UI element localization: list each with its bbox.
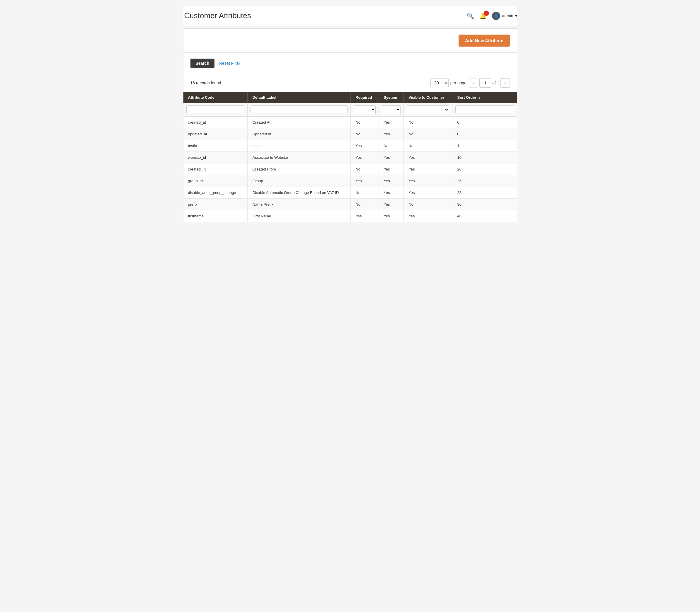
data-table: Attribute CodeDefault LabelRequiredSyste… bbox=[183, 92, 517, 222]
per-page-dropdown[interactable]: 203050100200 bbox=[430, 79, 449, 87]
table-row[interactable]: prefixName PrefixNoYesNo30 bbox=[183, 199, 517, 210]
cell-default_label: First Name bbox=[248, 210, 351, 222]
cell-required: Yes bbox=[351, 175, 379, 187]
page-title: Customer Attributes bbox=[183, 11, 251, 20]
filter-cell-default_label bbox=[248, 103, 351, 116]
cell-system: Yes bbox=[379, 187, 404, 199]
table-header: Attribute CodeDefault LabelRequiredSyste… bbox=[183, 92, 517, 116]
table-row[interactable]: website_idAssociate to WebsiteYesYesYes1… bbox=[183, 152, 517, 164]
cell-attribute_code: group_id bbox=[183, 175, 248, 187]
cell-attribute_code: updated_at bbox=[183, 128, 248, 140]
cell-system: Yes bbox=[379, 164, 404, 175]
cell-default_label: Created At bbox=[248, 116, 351, 128]
table-row[interactable]: created_atCreated AtNoYesNo0 bbox=[183, 116, 517, 128]
reset-filter-link[interactable]: Reset Filter bbox=[219, 61, 240, 66]
page-header: Customer Attributes 🔍 🔔 6 👤 admin ▾ bbox=[183, 6, 517, 26]
cell-sort_order: 25 bbox=[452, 175, 517, 187]
filter-input-attribute_code[interactable] bbox=[186, 106, 245, 113]
cell-required: No bbox=[351, 199, 379, 210]
cell-attribute_code: website_id bbox=[183, 152, 248, 164]
col-header-default_label: Default Label bbox=[248, 92, 351, 103]
cell-required: Yes bbox=[351, 210, 379, 222]
cell-required: No bbox=[351, 164, 379, 175]
notification-button[interactable]: 🔔 6 bbox=[479, 12, 487, 19]
filter-cell-system: YesNo bbox=[379, 103, 404, 116]
cell-system: Yes bbox=[379, 128, 404, 140]
table-row[interactable]: created_inCreated FromNoYesYes20 bbox=[183, 164, 517, 175]
filter-select-system[interactable]: YesNo bbox=[382, 106, 400, 114]
cell-default_label: testic bbox=[248, 140, 351, 152]
page-number-input[interactable] bbox=[479, 78, 491, 87]
cell-sort_order: 40 bbox=[452, 210, 517, 222]
cell-visible_to_customer: No bbox=[404, 140, 452, 152]
prev-page-button[interactable]: ‹ bbox=[469, 78, 478, 87]
col-header-visible_to_customer: Visible to Customer bbox=[404, 92, 452, 103]
table-row[interactable]: testictesticYesNoNo1 bbox=[183, 140, 517, 152]
cell-attribute_code: created_at bbox=[183, 116, 248, 128]
cell-system: No bbox=[379, 140, 404, 152]
next-page-button[interactable]: › bbox=[500, 78, 510, 87]
cell-visible_to_customer: No bbox=[404, 116, 452, 128]
toolbar: Add New Attribute bbox=[183, 29, 517, 53]
cell-default_label: Name Prefix bbox=[248, 199, 351, 210]
sort-arrow-icon: ↓ bbox=[477, 95, 480, 100]
filter-input-sort_order[interactable] bbox=[455, 106, 514, 113]
table-row[interactable]: disable_auto_group_changeDisable Automat… bbox=[183, 187, 517, 199]
col-header-attribute_code: Attribute Code bbox=[183, 92, 248, 103]
filter-select-required[interactable]: YesNo bbox=[354, 106, 376, 114]
cell-default_label: Associate to Website bbox=[248, 152, 351, 164]
cell-attribute_code: firstname bbox=[183, 210, 248, 222]
col-header-system: System bbox=[379, 92, 404, 103]
cell-default_label: Disable Automatic Group Change Based on … bbox=[248, 187, 351, 199]
per-page-select: 203050100200 per page bbox=[430, 79, 466, 87]
filter-cell-attribute_code bbox=[183, 103, 248, 116]
notification-badge: 6 bbox=[484, 11, 489, 16]
cell-visible_to_customer: Yes bbox=[404, 210, 452, 222]
cell-visible_to_customer: No bbox=[404, 199, 452, 210]
cell-system: Yes bbox=[379, 199, 404, 210]
table-row[interactable]: firstnameFirst NameYesYesYes40 bbox=[183, 210, 517, 222]
cell-required: No bbox=[351, 187, 379, 199]
cell-attribute_code: prefix bbox=[183, 199, 248, 210]
cell-attribute_code: created_in bbox=[183, 164, 248, 175]
user-menu-button[interactable]: 👤 admin ▾ bbox=[492, 12, 517, 20]
per-page-label: per page bbox=[450, 81, 466, 85]
cell-attribute_code: testic bbox=[183, 140, 248, 152]
user-label: admin bbox=[502, 13, 513, 18]
search-icon-button[interactable]: 🔍 bbox=[467, 12, 474, 19]
table-row[interactable]: group_idGroupYesYesYes25 bbox=[183, 175, 517, 187]
cell-visible_to_customer: Yes bbox=[404, 164, 452, 175]
cell-sort_order: 0 bbox=[452, 116, 517, 128]
page-navigation: ‹ of 1 › bbox=[469, 78, 510, 87]
cell-default_label: Created From bbox=[248, 164, 351, 175]
cell-system: Yes bbox=[379, 175, 404, 187]
filter-select-visible_to_customer[interactable]: YesNo bbox=[407, 106, 449, 114]
cell-default_label: Updated At bbox=[248, 128, 351, 140]
table-row[interactable]: updated_atUpdated AtNoYesNo0 bbox=[183, 128, 517, 140]
col-header-sort_order[interactable]: Sort Order ↓ bbox=[452, 92, 517, 103]
cell-required: Yes bbox=[351, 140, 379, 152]
search-button[interactable]: Search bbox=[190, 59, 215, 68]
cell-system: Yes bbox=[379, 116, 404, 128]
cell-attribute_code: disable_auto_group_change bbox=[183, 187, 248, 199]
filter-cell-sort_order bbox=[452, 103, 517, 116]
cell-visible_to_customer: No bbox=[404, 128, 452, 140]
cell-system: Yes bbox=[379, 210, 404, 222]
filter-cell-visible_to_customer: YesNo bbox=[404, 103, 452, 116]
add-new-attribute-button[interactable]: Add New Attribute bbox=[458, 34, 510, 46]
cell-sort_order: 30 bbox=[452, 199, 517, 210]
pagination-controls: 203050100200 per page ‹ of 1 › bbox=[430, 78, 510, 87]
cell-visible_to_customer: Yes bbox=[404, 175, 452, 187]
main-container: Add New Attribute Search Reset Filter 16… bbox=[183, 28, 517, 222]
search-icon: 🔍 bbox=[467, 13, 474, 19]
cell-required: Yes bbox=[351, 152, 379, 164]
cell-system: Yes bbox=[379, 152, 404, 164]
col-header-required: Required bbox=[351, 92, 379, 103]
records-count: 16 records found bbox=[190, 81, 221, 85]
cell-sort_order: 28 bbox=[452, 187, 517, 199]
filter-input-default_label[interactable] bbox=[250, 106, 347, 113]
cell-visible_to_customer: Yes bbox=[404, 152, 452, 164]
avatar: 👤 bbox=[492, 12, 500, 20]
cell-sort_order: 0 bbox=[452, 128, 517, 140]
cell-visible_to_customer: Yes bbox=[404, 187, 452, 199]
